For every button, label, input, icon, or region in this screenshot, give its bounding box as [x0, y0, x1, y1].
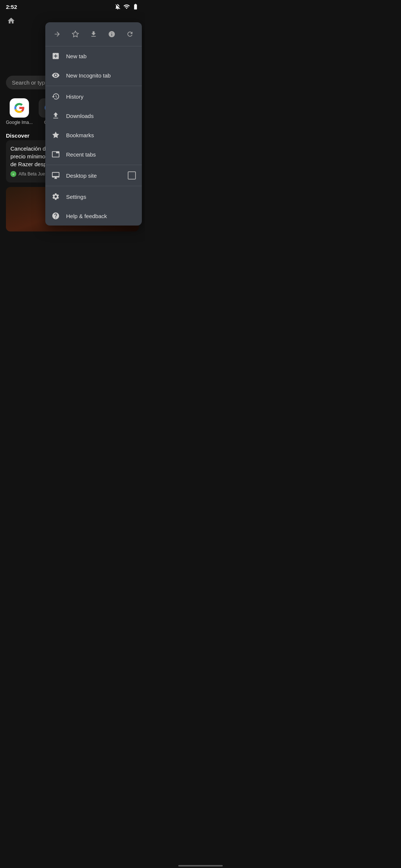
- bookmarks-item[interactable]: Bookmarks: [45, 125, 142, 145]
- history-icon: [51, 92, 60, 101]
- recent-tabs-label: Recent tabs: [66, 151, 136, 158]
- download-page-button[interactable]: [86, 27, 101, 42]
- downloads-label: Downloads: [66, 113, 136, 119]
- settings-icon: [51, 192, 60, 201]
- new-tab-icon: [51, 52, 60, 60]
- bookmarks-icon: [51, 131, 60, 139]
- divider-3: [45, 186, 142, 186]
- info-button[interactable]: [104, 27, 119, 42]
- new-tab-label: New tab: [66, 53, 136, 59]
- bookmark-button[interactable]: [68, 27, 83, 42]
- dropdown-menu: New tab New Incognito tab History Downlo…: [45, 22, 142, 226]
- desktop-site-label: Desktop site: [66, 172, 122, 179]
- desktop-site-item[interactable]: Desktop site: [45, 166, 142, 185]
- menu-toolbar: [45, 22, 142, 46]
- help-icon: [51, 211, 60, 220]
- incognito-icon: [51, 71, 60, 80]
- divider-2: [45, 165, 142, 165]
- recent-tabs-icon: [51, 150, 60, 159]
- settings-item[interactable]: Settings: [45, 187, 142, 206]
- new-incognito-tab-item[interactable]: New Incognito tab: [45, 66, 142, 85]
- forward-button[interactable]: [50, 27, 65, 42]
- svg-marker-1: [52, 132, 59, 138]
- new-incognito-label: New Incognito tab: [66, 72, 136, 79]
- recent-tabs-item[interactable]: Recent tabs: [45, 145, 142, 164]
- help-feedback-item[interactable]: Help & feedback: [45, 206, 142, 226]
- desktop-site-checkbox[interactable]: [128, 171, 136, 180]
- desktop-site-icon: [51, 171, 60, 180]
- help-feedback-label: Help & feedback: [66, 213, 136, 219]
- settings-label: Settings: [66, 194, 136, 200]
- new-tab-item[interactable]: New tab: [45, 46, 142, 66]
- reload-button[interactable]: [123, 27, 137, 42]
- history-item[interactable]: History: [45, 87, 142, 106]
- history-label: History: [66, 93, 136, 100]
- svg-marker-0: [72, 31, 79, 37]
- downloads-item[interactable]: Downloads: [45, 106, 142, 125]
- divider-1: [45, 86, 142, 86]
- bookmarks-label: Bookmarks: [66, 132, 136, 138]
- downloads-icon: [51, 111, 60, 120]
